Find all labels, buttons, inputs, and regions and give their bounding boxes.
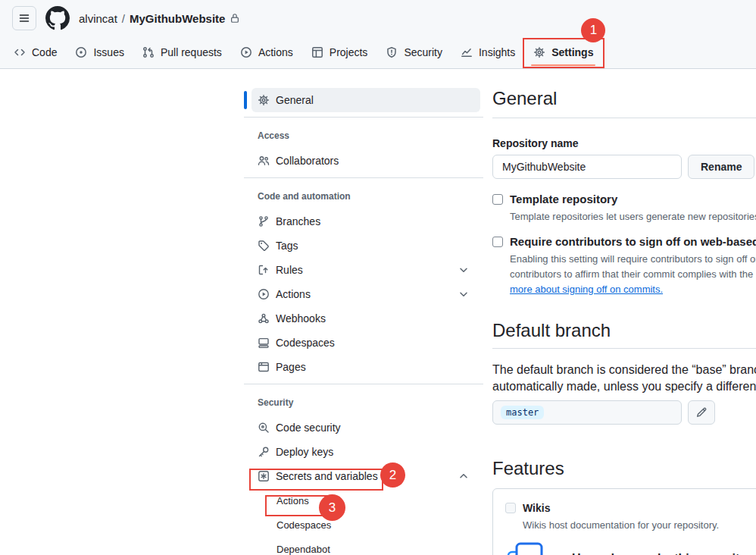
sidebar-subitem-dependabot[interactable]: Dependabot <box>244 537 483 555</box>
sidebar-item-label: Tags <box>276 240 298 252</box>
tab-label: Security <box>404 46 442 58</box>
sidebar-divider <box>244 117 483 118</box>
sidebar-item-deploy-keys[interactable]: Deploy keys <box>251 440 480 464</box>
features-section-title: Features <box>492 456 756 481</box>
sidebar-item-actions[interactable]: Actions <box>251 282 480 306</box>
repo-nav: Code Issues Pull requests Actions Projec… <box>0 36 756 68</box>
repository-name-input[interactable] <box>492 155 682 179</box>
signoff-learn-more-link[interactable]: more about signing off on commits. <box>510 284 663 295</box>
github-logo[interactable] <box>45 6 70 30</box>
sidebar-item-label: Code security <box>276 422 341 434</box>
signoff-description: Enabling this setting will require contr… <box>510 252 756 297</box>
breadcrumb: alvincat / MyGithubWebsite <box>79 12 240 25</box>
sidebar-item-general[interactable]: General <box>251 88 480 112</box>
sidebar-item-secrets-and-variables[interactable]: Secrets and variables 2 <box>251 464 480 488</box>
sidebar-item-label: Codespaces <box>276 337 335 349</box>
tab-label: Issues <box>93 46 123 58</box>
tab-issues[interactable]: Issues <box>69 36 130 68</box>
wikis-checkbox[interactable] <box>505 503 516 513</box>
rules-icon <box>258 264 270 276</box>
tab-label: Projects <box>330 46 368 58</box>
wikis-description: Wikis host documentation for your reposi… <box>523 518 756 533</box>
tab-actions[interactable]: Actions <box>234 36 299 68</box>
breadcrumb-owner-link[interactable]: alvincat <box>79 12 117 25</box>
code-security-icon <box>258 422 270 434</box>
key-icon <box>258 446 270 458</box>
upgrade-text: Upgrade or make this repository pu <box>572 552 756 555</box>
octocat-icon <box>45 6 70 30</box>
gear-icon <box>533 46 545 58</box>
sidebar-item-collaborators[interactable]: Collaborators <box>251 149 480 173</box>
sidebar-item-branches[interactable]: Branches <box>251 209 480 234</box>
features-card: Wikis Wikis host documentation for your … <box>492 488 756 555</box>
signoff-setting: Require contributors to sign off on web-… <box>492 235 756 297</box>
sidebar-item-label: Rules <box>276 264 303 276</box>
webhook-icon <box>258 312 270 325</box>
sidebar-item-tags[interactable]: Tags <box>251 234 480 258</box>
wikis-label: Wikis <box>523 501 550 515</box>
signoff-description-line2: contributors to affirm that their commit… <box>510 267 756 282</box>
sidebar-item-label: Pages <box>276 361 306 373</box>
header-top-row: alvincat / MyGithubWebsite <box>0 0 756 36</box>
sidebar-item-code-security[interactable]: Code security <box>251 415 480 440</box>
sidebar-item-webhooks[interactable]: Webhooks <box>251 306 480 331</box>
sidebar-item-label: Secrets and variables <box>276 470 378 482</box>
gear-icon <box>258 94 270 106</box>
browser-icon <box>258 361 270 373</box>
chevron-down-icon <box>458 288 470 300</box>
sidebar-item-label: Actions <box>276 288 311 300</box>
code-icon <box>14 46 26 58</box>
sidebar-item-label: Codespaces <box>276 519 331 531</box>
sidebar-section-code-automation: Code and automation <box>258 190 483 202</box>
codespaces-icon <box>258 337 270 349</box>
sidebar-item-codespaces[interactable]: Codespaces <box>251 331 480 355</box>
tab-code[interactable]: Code <box>8 36 63 68</box>
secrets-icon <box>258 470 270 482</box>
signoff-checkbox[interactable] <box>492 237 503 247</box>
table-icon <box>311 46 323 58</box>
play-icon <box>258 288 270 300</box>
sidebar-item-rules[interactable]: Rules <box>251 258 480 282</box>
template-repository-checkbox[interactable] <box>492 194 503 205</box>
edit-default-branch-button[interactable] <box>688 400 715 425</box>
upgrade-plan-icon <box>505 541 545 555</box>
default-branch-description-line2: automatically made, unless you specify a… <box>492 378 756 395</box>
signoff-description-line1: Enabling this setting will require contr… <box>510 252 756 267</box>
tab-security[interactable]: Security <box>380 36 448 68</box>
tab-pull-requests[interactable]: Pull requests <box>136 36 228 68</box>
graph-icon <box>461 46 473 58</box>
tab-label: Settings <box>551 46 593 58</box>
template-repository-setting: Template repository Template repositorie… <box>492 193 756 224</box>
play-icon <box>240 46 252 58</box>
repository-name-row: Rename <box>492 155 756 179</box>
tab-settings[interactable]: Settings 1 <box>527 36 599 68</box>
branch-name-chip: master <box>501 406 544 419</box>
issue-opened-icon <box>75 46 87 58</box>
tab-label: Code <box>32 46 57 58</box>
template-repository-label: Template repository <box>510 193 617 206</box>
tag-icon <box>258 240 270 252</box>
hamburger-icon <box>18 12 30 24</box>
breadcrumb-repo-link[interactable]: MyGithubWebsite <box>130 12 225 25</box>
upgrade-row: Upgrade or make this repository pu <box>505 541 756 555</box>
sidebar-section-security: Security <box>258 397 483 409</box>
tab-label: Pull requests <box>161 46 222 58</box>
sidebar-section-access: Access <box>258 130 483 142</box>
default-branch-select[interactable]: master <box>492 400 682 425</box>
rename-button[interactable]: Rename <box>688 155 754 179</box>
tab-insights[interactable]: Insights <box>455 36 521 68</box>
tab-projects[interactable]: Projects <box>305 36 374 68</box>
sidebar-item-label: Collaborators <box>276 155 339 167</box>
breadcrumb-separator: / <box>122 12 125 25</box>
sidebar-subitem-actions[interactable]: Actions 3 <box>244 488 483 513</box>
git-branch-icon <box>258 215 270 227</box>
app-header: alvincat / MyGithubWebsite Code Issues P <box>0 0 756 69</box>
signoff-label: Require contributors to sign off on web-… <box>510 235 756 249</box>
hamburger-menu-button[interactable] <box>12 6 36 30</box>
sidebar-divider <box>244 384 483 384</box>
sidebar-item-pages[interactable]: Pages <box>251 355 480 379</box>
general-section-title: General <box>492 68 756 118</box>
shield-icon <box>386 46 398 58</box>
repository-name-label: Repository name <box>492 137 756 149</box>
sidebar-subitem-codespaces[interactable]: Codespaces <box>244 513 483 537</box>
